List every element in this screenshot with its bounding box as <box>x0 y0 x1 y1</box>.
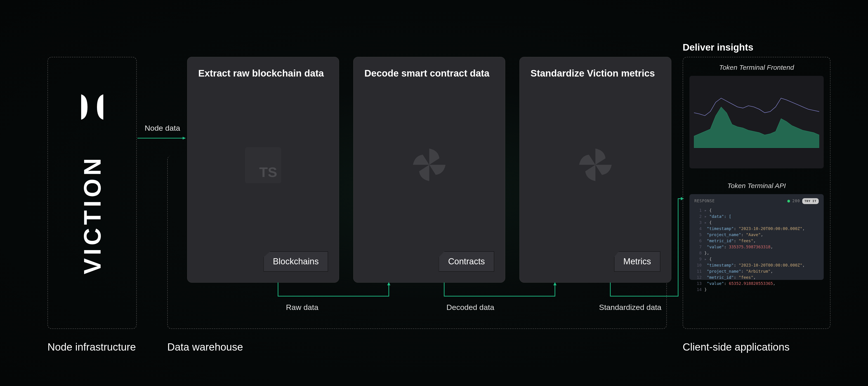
card-decode-title: Decode smart contract data <box>364 68 494 79</box>
flow-raw-data-label: Raw data <box>286 303 318 312</box>
pinwheel-icon <box>577 147 614 184</box>
arrow-standardized-data <box>608 189 685 298</box>
api-preview: RESPONSE 200 TRY IT 1▸ {2▸ "data": [3▸ {… <box>689 194 824 280</box>
pinwheel-icon <box>411 147 447 184</box>
svg-marker-3 <box>553 282 557 285</box>
card-extract: Extract raw blockchain data TS Blockchai… <box>187 57 339 283</box>
typescript-icon: TS <box>245 147 281 183</box>
client-applications-label: Client-side applications <box>683 341 789 353</box>
deliver-insights-title: Deliver insights <box>683 42 753 53</box>
api-code-block: 1▸ {2▸ "data": [3▸ {4 "timestamp": "2023… <box>694 207 819 292</box>
tryit-button[interactable]: TRY IT <box>802 198 819 204</box>
arrow-node-to-warehouse <box>137 137 187 137</box>
node-data-flow-label: Node data <box>145 124 180 133</box>
viction-logo-icon <box>76 91 108 124</box>
svg-marker-1 <box>183 137 186 140</box>
flow-decoded-data-label: Decoded data <box>446 303 494 312</box>
card-decode: Decode smart contract data Contracts <box>353 57 505 283</box>
chart-thumbnail-icon <box>694 90 819 148</box>
flow-standardized-data-label: Standardized data <box>599 303 661 312</box>
data-warehouse-label: Data warehouse <box>167 341 243 353</box>
api-title: Token Terminal API <box>689 182 824 189</box>
client-applications-panel: Token Terminal Frontend Token Terminal A… <box>683 57 831 329</box>
frontend-title: Token Terminal Frontend <box>689 64 824 71</box>
arrow-raw-data <box>276 283 393 301</box>
arrow-decoded-data <box>442 283 559 301</box>
status-code: 200 <box>792 198 800 204</box>
svg-marker-2 <box>387 282 391 285</box>
frontend-preview <box>689 76 824 168</box>
status-dot-icon <box>787 200 790 203</box>
response-label: RESPONSE <box>694 198 715 204</box>
node-infrastructure-label: Node infrastructure <box>48 341 136 353</box>
brand-name: VICTION <box>79 155 106 274</box>
card-extract-title: Extract raw blockchain data <box>198 68 328 79</box>
tag-contracts: Contracts <box>439 251 494 272</box>
card-standardize-title: Standardize Viction metrics <box>530 68 660 79</box>
node-infrastructure-panel: VICTION <box>48 57 137 329</box>
tag-blockchains: Blockchains <box>264 251 328 272</box>
